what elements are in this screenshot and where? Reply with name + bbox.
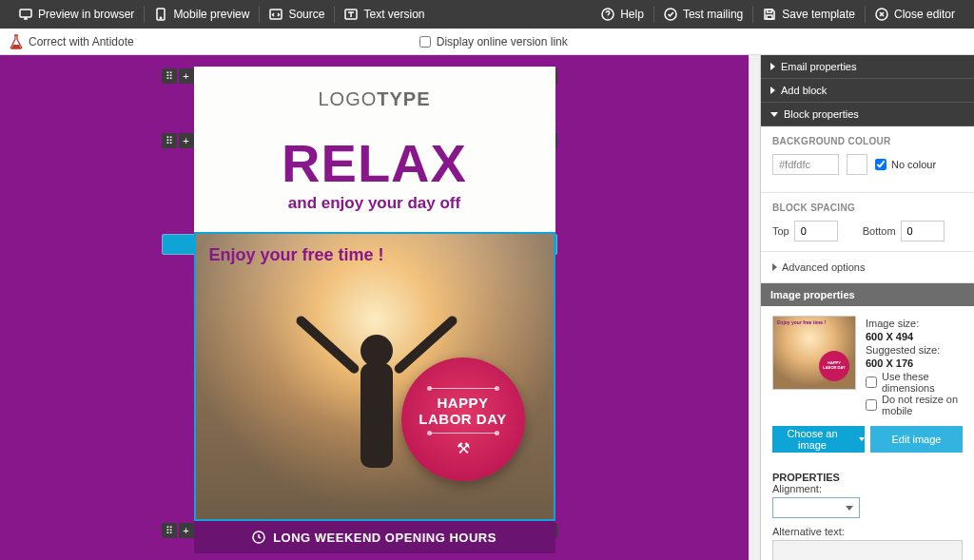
use-dimensions-toggle[interactable]: Use these dimensions [866,371,963,394]
bg-swatch[interactable] [847,154,867,175]
clock-icon [252,531,265,544]
properties-title: PROPERTIES [772,472,963,483]
main-area: ⠿ + 🗑 LOGOTYPE ⠿ + 🗑 RELAX [0,55,974,560]
block-add-handle[interactable]: + [179,133,194,148]
subhead-text: and enjoy your day off [194,194,555,213]
alignment-label: Alignment: [772,483,963,494]
svg-rect-0 [20,10,31,17]
text-icon [344,8,358,21]
no-resize-mobile-toggle[interactable]: Do not resize on mobile [866,394,963,416]
spacing-bottom-input[interactable] [901,221,945,241]
spacing-title: BLOCK SPACING [772,203,963,213]
image-thumbnail[interactable]: Enjoy your free time ! HAPPYLABOR DAY [772,316,856,390]
block-logo[interactable]: LOGOTYPE [194,67,555,131]
test-mailing-label: Test mailing [683,8,743,21]
sub-toolbar: Correct with Antidote Display online ver… [0,29,974,55]
labor-day-badge: HAPPY LABOR DAY ⚒ [401,357,525,481]
edit-image-button[interactable]: Edit image [870,426,963,453]
image-info-section: Enjoy your free time ! HAPPYLABOR DAY Im… [761,306,974,426]
antidote-button[interactable]: Correct with Antidote [10,34,134,49]
preview-browser-label: Preview in browser [38,8,134,21]
antidote-label: Correct with Antidote [29,35,134,48]
side-panel: Email properties Add block Block propert… [760,55,974,560]
test-mailing-button[interactable]: Test mailing [654,6,753,23]
mobile-preview-label: Mobile preview [173,8,249,21]
help-icon [601,8,614,21]
text-version-button[interactable]: Text version [335,6,434,23]
svg-rect-8 [768,10,772,12]
choose-image-button[interactable]: Choose an image [772,426,865,453]
no-resize-mobile-checkbox[interactable] [866,399,877,411]
block-drag-handle[interactable]: ⠿ [162,68,177,84]
accordion-block-properties[interactable]: Block properties [761,103,974,126]
block-footer-wrap: ⠿ + 🗑 LONG WEEKEND OPENING HOURS [194,521,555,553]
block-spacing-panel: BLOCK SPACING Top Bottom [761,193,974,252]
alignment-select[interactable] [772,497,860,518]
canvas-scrollbar[interactable] [749,55,760,560]
block-image[interactable]: Enjoy your free time ! HAPPY LABOR DAY ⚒ [194,232,555,521]
save-template-label: Save template [782,8,855,21]
help-label: Help [620,8,644,21]
spacing-bottom: Bottom [863,221,945,241]
preview-browser-button[interactable]: Preview in browser [10,6,145,23]
tools-icon: ⚒ [457,439,470,457]
block-add-handle[interactable]: + [179,523,194,538]
alt-text-label: Alternative text: [772,526,963,537]
block-image-wrap: ⠿ + 🗑 Enjoy your free time ! HAPPY LABOR… [194,232,555,521]
block-drag-handle[interactable]: ⠿ [162,133,177,148]
block-headline[interactable]: RELAX and enjoy your day off [194,131,555,232]
save-icon [763,8,776,21]
block-drag-handle[interactable]: ⠿ [162,523,177,538]
help-button[interactable]: Help [592,6,654,23]
background-colour-panel: BACKGROUND COLOUR No colour [761,126,974,193]
image-caption: Enjoy your free time ! [209,245,384,265]
advanced-options-panel: Advanced options [761,252,974,283]
monitor-icon [19,8,32,21]
close-editor-button[interactable]: Close editor [866,6,964,23]
text-version-label: Text version [363,8,424,21]
bg-hex-input[interactable] [772,154,839,175]
source-label: Source [288,8,324,21]
block-add-handle[interactable]: + [179,68,194,84]
code-icon [269,8,282,21]
flask-icon [10,34,23,49]
bg-colour-title: BACKGROUND COLOUR [772,136,963,146]
svg-point-2 [161,17,162,18]
svg-rect-3 [270,10,282,19]
chevron-down-icon [859,437,865,441]
image-properties-section: PROPERTIES Alignment: Alternative text: … [761,464,974,560]
accordion-email-properties[interactable]: Email properties [761,55,974,79]
svg-rect-7 [767,15,772,19]
mobile-preview-button[interactable]: Mobile preview [145,6,260,23]
no-colour-toggle[interactable]: No colour [875,159,936,170]
spacing-top: Top [772,221,838,241]
spacing-top-input[interactable] [794,221,838,241]
use-dimensions-checkbox[interactable] [866,377,877,388]
check-circle-icon [664,8,677,21]
top-toolbar: Preview in browser Mobile preview Source… [0,0,974,29]
alt-text-input[interactable] [772,540,963,560]
footer-text: LONG WEEKEND OPENING HOURS [273,531,497,545]
close-circle-icon [875,8,888,21]
online-version-checkbox[interactable] [419,36,431,48]
image-properties-header: Image properties [761,283,974,306]
mobile-icon [154,8,167,21]
online-version-label: Display online version link [437,35,568,48]
block-logo-wrap: ⠿ + 🗑 LOGOTYPE [194,67,555,131]
save-template-button[interactable]: Save template [753,6,866,23]
close-editor-label: Close editor [894,8,955,21]
email-canvas[interactable]: ⠿ + 🗑 LOGOTYPE ⠿ + 🗑 RELAX [0,55,749,560]
source-button[interactable]: Source [260,6,335,23]
logo-text: LOGOTYPE [318,88,430,110]
no-colour-checkbox[interactable] [875,159,886,170]
headline-text: RELAX [194,137,555,190]
block-headline-wrap: ⠿ + 🗑 RELAX and enjoy your day off [194,131,555,232]
advanced-options-toggle[interactable]: Advanced options [772,261,963,273]
image-meta: Image size: 600 X 494 Suggested size: 60… [866,316,963,416]
block-footer[interactable]: LONG WEEKEND OPENING HOURS [194,521,555,553]
accordion-add-block[interactable]: Add block [761,79,974,103]
online-version-toggle[interactable]: Display online version link [419,35,568,48]
